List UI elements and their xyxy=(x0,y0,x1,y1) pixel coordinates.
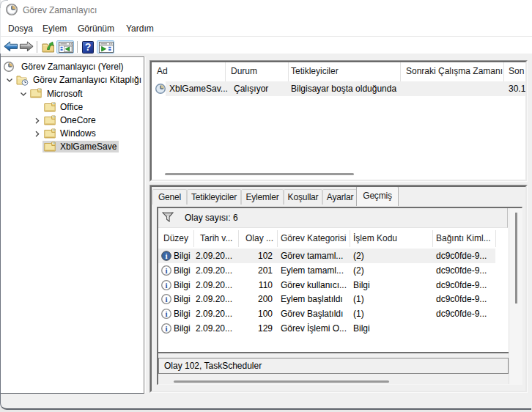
svg-text:?: ? xyxy=(85,41,92,53)
svg-text:i: i xyxy=(165,324,167,333)
svg-text:i: i xyxy=(165,266,167,275)
svg-text:i: i xyxy=(165,281,167,290)
svg-text:i: i xyxy=(165,295,167,304)
svg-text:i: i xyxy=(165,251,167,260)
svg-text:i: i xyxy=(165,309,167,318)
